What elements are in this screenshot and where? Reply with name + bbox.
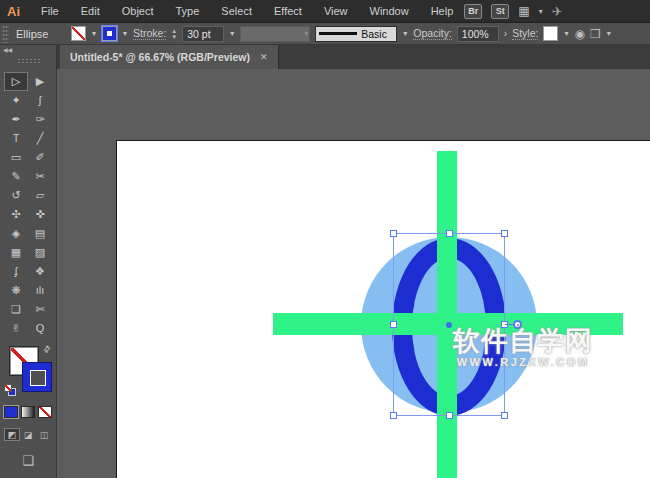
brushes-panel-button[interactable]: Br — [464, 4, 482, 19]
fill-color-swatch[interactable] — [71, 26, 86, 41]
direct-selection-tool[interactable]: ▶ — [28, 72, 52, 91]
selection-tool[interactable]: ▷ — [4, 72, 28, 91]
swap-fill-stroke-icon[interactable]: ⇄ — [41, 343, 53, 355]
control-bar: Ellipse ▾ ▾ Stroke: ▲ ▼ 30 pt ▾ ▾ Basic … — [0, 23, 650, 45]
fill-chevron-icon[interactable]: ▾ — [91, 29, 97, 38]
style-swatch[interactable] — [543, 26, 558, 41]
lasso-tool[interactable]: ʃ — [28, 91, 52, 110]
shaper-tool[interactable]: ✎ — [4, 167, 28, 186]
tools-panel-grip[interactable] — [17, 58, 41, 64]
width-tool[interactable]: ✣ — [4, 205, 28, 224]
tab-close-icon[interactable]: ✕ — [260, 52, 268, 62]
menu-object[interactable]: Object — [111, 0, 165, 23]
tool-grid: ▷▶✦ʃ✒✑T╱▭✐✎✂↺▱✣✜◈▤▦▨ʄ❖❋ılı❏✄✌Q — [0, 69, 56, 338]
document-tab[interactable]: Untitled-5* @ 66.67% (RGB/Preview) ✕ — [60, 45, 279, 69]
stepper-down-icon[interactable]: ▼ — [171, 34, 177, 40]
document-icon[interactable]: ❒ — [590, 27, 601, 41]
mesh-tool[interactable]: ▦ — [4, 243, 28, 262]
rotate-tool[interactable]: ↺ — [4, 186, 28, 205]
gradient-tool[interactable]: ▨ — [28, 243, 52, 262]
menu-type[interactable]: Type — [165, 0, 211, 23]
type-tool[interactable]: T — [4, 129, 28, 148]
paintbrush-tool[interactable]: ✐ — [28, 148, 52, 167]
collapse-tools-icon[interactable]: ◀◀ — [3, 45, 12, 55]
tools-panel-header: ◀◀ — [0, 45, 57, 69]
graphic-styles-panel-button[interactable]: St — [491, 4, 509, 19]
draw-normal-mode[interactable]: ◩ — [4, 428, 20, 441]
selection-handle-se[interactable] — [501, 412, 508, 419]
gradient-button[interactable] — [21, 406, 35, 418]
rectangle-tool[interactable]: ▭ — [4, 148, 28, 167]
selection-handle-sw[interactable] — [390, 412, 397, 419]
selection-handle-nw[interactable] — [390, 230, 397, 237]
draw-inside-mode[interactable]: ◫ — [36, 428, 52, 441]
cc-sync-icon[interactable]: ✈ — [552, 4, 563, 19]
slice-tool-icon: ✄ — [35, 304, 44, 315]
style-label[interactable]: Style: — [512, 27, 538, 40]
curvature-tool[interactable]: ✑ — [28, 110, 52, 129]
menu-view[interactable]: View — [313, 0, 359, 23]
lasso-tool-icon: ʃ — [39, 95, 41, 106]
scissors-tool[interactable]: ✂ — [28, 167, 52, 186]
stroke-weight-input[interactable]: 30 pt — [182, 26, 224, 42]
default-fill-stroke-icon[interactable] — [4, 384, 16, 396]
brush-chevron-icon[interactable]: ▾ — [402, 29, 408, 38]
color-button[interactable] — [4, 406, 18, 418]
stroke-color-swatch[interactable] — [102, 26, 117, 41]
illustrator-window: Ai File Edit Object Type Select Effect V… — [0, 0, 650, 478]
selection-handle-w[interactable] — [390, 321, 397, 328]
pen-tool[interactable]: ✒ — [4, 110, 28, 129]
draw-behind-mode[interactable]: ◪ — [20, 428, 36, 441]
shape-builder-tool[interactable]: ◈ — [4, 224, 28, 243]
stroke-proxy-swatch[interactable] — [22, 362, 52, 392]
stroke-weight-chevron-icon[interactable]: ▾ — [229, 29, 235, 38]
slice-tool[interactable]: ✄ — [28, 300, 52, 319]
gradient-tool-icon: ▨ — [35, 247, 45, 258]
line-segment-tool[interactable]: ╱ — [28, 129, 52, 148]
drawing-modes: ◩◪◫ — [0, 428, 56, 441]
magic-wand-tool[interactable]: ✦ — [4, 91, 28, 110]
stroke-label[interactable]: Stroke: — [133, 27, 166, 40]
style-chevron-icon[interactable]: ▾ — [563, 29, 569, 38]
change-screen-mode-icon[interactable]: ❏ — [0, 453, 56, 468]
canvas[interactable]: 软件自学网 WWW.RJZXW.COM — [57, 69, 650, 478]
opacity-label[interactable]: Opacity: — [413, 27, 452, 40]
selection-handle-ne[interactable] — [501, 230, 508, 237]
opacity-input[interactable]: 100% — [457, 26, 499, 42]
artboard-tool[interactable]: ❏ — [4, 300, 28, 319]
curvature-tool-icon: ✑ — [35, 114, 44, 125]
opacity-more-icon[interactable]: › — [504, 28, 507, 39]
document-setup-globe-icon[interactable]: ◉ — [574, 27, 584, 41]
control-bar-grip[interactable] — [2, 25, 9, 43]
workspace-switcher-icon[interactable]: ▦ — [518, 4, 529, 18]
stroke-chevron-icon[interactable]: ▾ — [122, 29, 128, 38]
eyedropper-tool-icon: ʄ — [15, 266, 18, 277]
scale-tool[interactable]: ▱ — [28, 186, 52, 205]
blend-tool[interactable]: ❖ — [28, 262, 52, 281]
none-button[interactable] — [38, 406, 52, 418]
selection-widget-circle[interactable] — [513, 320, 522, 329]
stroke-weight-stepper[interactable]: ▲ ▼ — [171, 28, 177, 40]
selection-handle-s[interactable] — [446, 412, 453, 419]
column-graph-tool[interactable]: ılı — [28, 281, 52, 300]
brush-definition-dropdown[interactable]: Basic — [315, 26, 397, 42]
menu-file[interactable]: File — [30, 0, 70, 23]
document-chevron-icon[interactable]: ▾ — [606, 29, 612, 38]
fill-stroke-indicator: ⇄ — [0, 344, 57, 400]
perspective-grid-tool[interactable]: ▤ — [28, 224, 52, 243]
symbol-sprayer-tool[interactable]: ❋ — [4, 281, 28, 300]
selection-handle-n[interactable] — [446, 230, 453, 237]
menu-select[interactable]: Select — [210, 0, 263, 23]
hand-tool[interactable]: ✌ — [4, 319, 28, 338]
rotate-tool-icon: ↺ — [11, 190, 20, 201]
menu-help[interactable]: Help — [420, 0, 465, 23]
menu-effect[interactable]: Effect — [263, 0, 313, 23]
menu-window[interactable]: Window — [359, 0, 420, 23]
zoom-tool[interactable]: Q — [28, 319, 52, 338]
puppet-warp-tool[interactable]: ✜ — [28, 205, 52, 224]
eyedropper-tool[interactable]: ʄ — [4, 262, 28, 281]
document-tab-title: Untitled-5* @ 66.67% (RGB/Preview) — [70, 51, 250, 63]
type-tool-icon: T — [13, 133, 20, 144]
workspace-chevron-icon[interactable]: ▾ — [539, 7, 543, 16]
menu-edit[interactable]: Edit — [70, 0, 111, 23]
